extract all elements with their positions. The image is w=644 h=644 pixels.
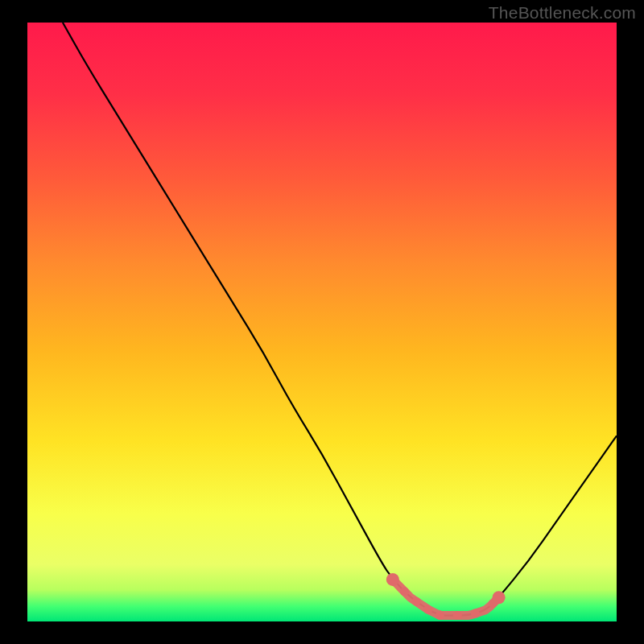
bottleneck-chart bbox=[0, 0, 644, 644]
watermark-text: TheBottleneck.com bbox=[489, 3, 636, 23]
optimum-marker bbox=[436, 611, 444, 620]
chart-stage: TheBottleneck.com bbox=[0, 0, 644, 644]
optimum-marker bbox=[400, 587, 409, 596]
optimum-marker bbox=[493, 591, 506, 604]
optimum-marker bbox=[453, 611, 462, 620]
optimum-marker bbox=[423, 605, 432, 614]
optimum-marker bbox=[471, 609, 480, 618]
optimum-marker bbox=[412, 597, 421, 606]
optimum-marker bbox=[386, 573, 399, 586]
